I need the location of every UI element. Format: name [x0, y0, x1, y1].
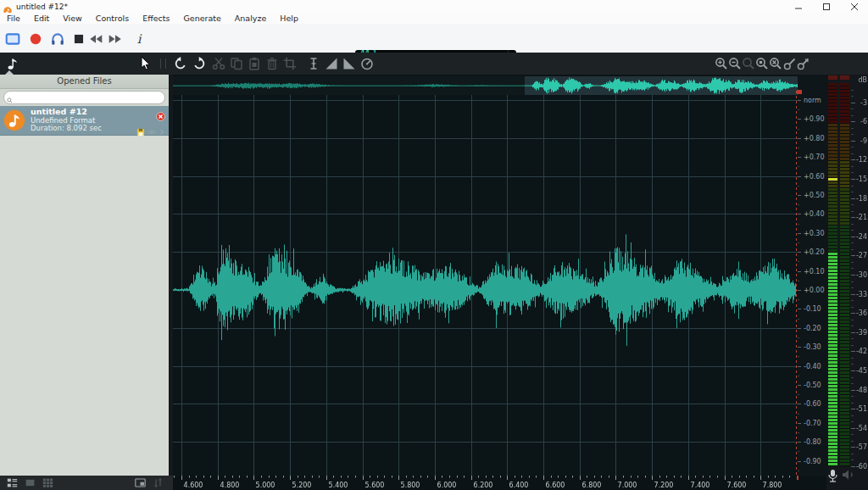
menu-item-help[interactable]: Help [273, 13, 305, 24]
amplitude-tick [798, 337, 799, 338]
amplitude-tick [798, 119, 801, 120]
crop-icon[interactable] [283, 57, 297, 70]
amplitude-label: -0.50 [804, 381, 821, 389]
amplitude-tick [798, 214, 801, 214]
amplitude-label: -0.60 [804, 400, 821, 408]
amplitude-tick [798, 186, 799, 187]
amplitude-label: -0.30 [804, 343, 821, 351]
copy-icon[interactable] [230, 57, 243, 70]
amplitude-tick [798, 271, 801, 272]
menu-item-edit[interactable]: Edit [27, 13, 56, 24]
zoom-free-icon[interactable] [742, 57, 755, 70]
vertical-zoom-out-icon[interactable] [797, 57, 810, 70]
normalize-icon[interactable] [360, 57, 374, 70]
app-window: untitled #12* FileEditViewControlsEffect… [0, 0, 868, 490]
edit-toolbar [0, 53, 868, 75]
amplitude-tick [798, 148, 799, 148]
adjust-volume-icon[interactable] [307, 57, 320, 70]
zoom-in-icon[interactable] [715, 57, 728, 70]
cut-icon[interactable] [212, 57, 225, 70]
menu-item-file[interactable]: File [0, 13, 27, 24]
amplitude-tick [798, 376, 799, 376]
swap-arrows-icon[interactable] [153, 477, 164, 488]
menu-item-analyze[interactable]: Analyze [228, 13, 273, 24]
grid-view-button[interactable] [42, 477, 53, 488]
fast-forward-button[interactable] [108, 31, 123, 47]
amplitude-tick [798, 404, 801, 404]
file-tab-music-note-icon[interactable] [7, 56, 19, 71]
amplitude-tick [798, 138, 801, 139]
mouse-cursor [141, 56, 151, 71]
level-meters [828, 75, 868, 490]
panel-header: Opened Files [0, 75, 169, 89]
menu-item-effects[interactable]: Effects [136, 13, 176, 24]
delete-icon[interactable] [265, 57, 279, 70]
close-button[interactable] [840, 0, 868, 13]
thumbnail-view-button[interactable] [25, 477, 36, 488]
amplitude-tick [798, 157, 801, 158]
save-icon[interactable] [136, 124, 145, 132]
toolbar-separator [160, 58, 166, 69]
rewind-button[interactable] [88, 31, 103, 47]
transport-toolbar: i 44.1 kHz mono -0000:00:07.999 ▼ [0, 24, 868, 53]
link-icon[interactable] [147, 124, 156, 132]
selection-tool-button[interactable] [5, 31, 20, 47]
monitor-button[interactable] [50, 31, 65, 47]
zoom-all-icon[interactable] [769, 57, 782, 70]
amplitude-tick [798, 233, 801, 234]
amplitude-tick [798, 461, 801, 462]
menu-item-controls[interactable]: Controls [89, 13, 136, 24]
titlebar: untitled #12* [0, 0, 868, 14]
amplitude-tick [798, 252, 801, 253]
waveform-view[interactable] [173, 95, 798, 476]
fade-out-icon[interactable] [342, 57, 356, 70]
amplitude-label: +0.80 [804, 134, 825, 142]
paste-icon[interactable] [248, 57, 261, 70]
amplitude-tick [798, 195, 801, 196]
maximize-button[interactable] [812, 0, 840, 13]
amplitude-ruler[interactable]: norm+0.90+0.80+0.70+0.60+0.50+0.40+0.30+… [798, 75, 828, 476]
amplitude-tick [798, 319, 799, 320]
amplitude-label: -0.20 [804, 324, 821, 331]
undo-icon[interactable] [174, 57, 187, 70]
zoom-out-icon[interactable] [728, 57, 742, 70]
fade-in-icon[interactable] [325, 57, 338, 70]
info-button[interactable]: i [131, 31, 147, 47]
vertical-zoom-in-icon[interactable] [783, 57, 797, 70]
search-input[interactable] [4, 92, 164, 103]
panel-status-bar [0, 476, 173, 490]
menu-item-view[interactable]: View [56, 13, 89, 24]
chevron-right-icon[interactable] [159, 124, 165, 132]
amplitude-tick [798, 129, 799, 130]
amplitude-tick [798, 385, 801, 386]
amplitude-label: +0.20 [804, 248, 825, 256]
close-file-button[interactable] [156, 109, 165, 118]
zoom-selection-icon[interactable] [755, 57, 769, 70]
amplitude-tick [798, 204, 799, 205]
amplitude-tick [798, 347, 801, 348]
list-view-button[interactable] [7, 477, 18, 488]
redo-icon[interactable] [192, 57, 206, 70]
preview-panel-button[interactable] [135, 477, 146, 488]
minimize-button[interactable] [784, 0, 812, 13]
window-controls [784, 0, 868, 13]
amplitude-tick [798, 366, 801, 367]
time-ruler[interactable] [173, 476, 826, 490]
menu-item-generate[interactable]: Generate [176, 13, 227, 24]
playback-cursor [796, 91, 797, 476]
window-title: untitled #12* [16, 3, 68, 11]
amplitude-tick [798, 224, 799, 225]
amplitude-tick [798, 242, 799, 243]
amplitude-tick [798, 281, 799, 281]
overview-waveform[interactable] [173, 76, 798, 95]
amplitude-tick [798, 100, 801, 101]
amplitude-label: +0.10 [804, 267, 825, 275]
file-list-item[interactable]: untitled #12 Undefined Format Duration: … [0, 106, 169, 136]
amplitude-tick [798, 423, 801, 424]
amplitude-tick [798, 290, 801, 291]
amplitude-label: +0.00 [804, 287, 825, 294]
file-duration: Duration: 8.092 sec [31, 125, 102, 133]
record-button[interactable] [28, 31, 43, 47]
amplitude-tick [798, 451, 799, 452]
stop-button[interactable] [71, 31, 86, 47]
